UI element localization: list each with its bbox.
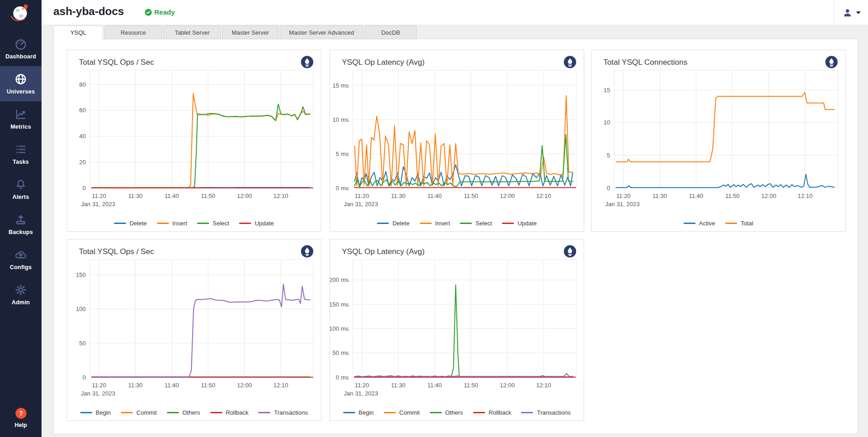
- tab-master-server-advanced[interactable]: Master Server Advanced: [280, 26, 363, 39]
- tab-ysql[interactable]: YSQL: [53, 26, 103, 40]
- tab-label: Resource: [120, 29, 146, 36]
- legend-swatch: [384, 412, 396, 413]
- chart-legend: DeleteInsertSelectUpdate: [67, 220, 321, 227]
- cloud-upload-icon: [15, 249, 27, 261]
- x-tick-label: 11:30: [128, 192, 143, 199]
- y-tick-label: 0: [83, 374, 86, 381]
- y-tick-label: 0: [83, 185, 86, 192]
- legend-swatch: [210, 412, 222, 413]
- sidebar-item-alerts[interactable]: Alerts: [0, 172, 42, 207]
- sidebar-item-label: Help: [15, 422, 27, 428]
- legend-item-commit[interactable]: Commit: [384, 409, 420, 416]
- sidebar-item-universes[interactable]: Universes: [0, 66, 42, 101]
- tab-label: Tablet Server: [175, 29, 210, 36]
- rocket-globe-icon: [10, 2, 32, 23]
- legend-item-update[interactable]: Update: [502, 220, 537, 227]
- legend-item-transactions[interactable]: Transactions: [258, 409, 308, 416]
- legend-swatch: [114, 223, 126, 224]
- tab-resource[interactable]: Resource: [105, 26, 162, 39]
- x-tick-label: 11:40: [164, 192, 179, 199]
- legend-item-active[interactable]: Active: [684, 220, 715, 227]
- legend-swatch: [197, 223, 209, 224]
- sidebar-item-backups[interactable]: Backups: [0, 207, 42, 242]
- sidebar-item-metrics[interactable]: Metrics: [0, 101, 42, 136]
- x-axis-date-label: Jan 31, 2023: [344, 390, 378, 397]
- y-tick-label: 100: [76, 306, 86, 312]
- chart-title: Total YSQL Ops / Sec: [79, 247, 154, 256]
- legend-label: Commit: [136, 409, 157, 416]
- legend-swatch: [460, 223, 472, 224]
- sidebar-item-help[interactable]: ? Help: [0, 401, 42, 434]
- legend-item-others[interactable]: Others: [167, 409, 200, 416]
- legend-swatch: [80, 412, 92, 413]
- logo[interactable]: [0, 0, 42, 25]
- x-tick-label: 12:10: [273, 192, 288, 199]
- check-circle-icon: [145, 9, 152, 16]
- bell-icon: [15, 178, 27, 191]
- user-menu[interactable]: [834, 0, 865, 25]
- legend-item-delete[interactable]: Delete: [114, 220, 147, 227]
- legend-item-rollback[interactable]: Rollback: [210, 409, 249, 416]
- chart-title: YSQL Op Latency (Avg): [342, 247, 424, 256]
- sidebar-item-dashboard[interactable]: Dashboard: [0, 31, 42, 66]
- x-tick-label: 11:50: [725, 192, 740, 199]
- legend-label: Delete: [392, 220, 410, 227]
- line-chart-transaction-ops: 05010015011:2011:3011:4011:5012:0012:10J…: [67, 256, 322, 406]
- legend-label: Transactions: [537, 409, 570, 416]
- legend-label: Begin: [359, 409, 374, 416]
- status-label: Ready: [154, 8, 175, 16]
- x-tick-label: 12:00: [761, 192, 776, 199]
- header: ash-yba-docs Ready: [42, 0, 868, 25]
- person-icon: [842, 8, 852, 18]
- legend-label: Others: [445, 409, 463, 416]
- x-tick-label: 11:50: [201, 192, 215, 199]
- tab-tablet-server[interactable]: Tablet Server: [163, 26, 221, 39]
- legend-label: Select: [213, 220, 229, 227]
- sidebar-item-configs[interactable]: Configs: [0, 242, 42, 277]
- tab-master-server[interactable]: Master Server: [222, 26, 278, 39]
- y-tick-label: 10: [604, 119, 610, 126]
- legend-swatch: [521, 412, 533, 413]
- y-tick-label: 20: [79, 159, 86, 166]
- legend-swatch: [343, 412, 355, 413]
- chart-panel-transaction-ops: Total YSQL Ops / Sec 05010015011:2011:30…: [67, 239, 321, 421]
- y-tick-label: 0: [607, 185, 610, 192]
- series-line-insert: [92, 94, 310, 187]
- x-tick-label: 11:40: [427, 382, 442, 389]
- x-tick-label: 11:30: [653, 192, 667, 199]
- legend-item-select[interactable]: Select: [197, 220, 229, 227]
- legend-item-select[interactable]: Select: [460, 220, 492, 227]
- x-axis-date-label: Jan 31, 2023: [81, 201, 115, 208]
- chart-panel-transaction-latency: YSQL Op Latency (Avg) 0 ms50 ms100 ms150…: [329, 239, 584, 421]
- legend-item-transactions[interactable]: Transactions: [521, 409, 570, 416]
- legend-item-rollback[interactable]: Rollback: [473, 409, 512, 416]
- sidebar-item-tasks[interactable]: Tasks: [0, 136, 42, 172]
- chart-legend: ActiveTotal: [591, 220, 845, 227]
- x-tick-label: 11:40: [164, 382, 179, 389]
- legend-swatch: [157, 223, 169, 224]
- legend-item-begin[interactable]: Begin: [80, 409, 111, 416]
- y-tick-label: 15 ms: [333, 82, 349, 89]
- x-axis-date-label: Jan 31, 2023: [605, 201, 639, 208]
- legend-label: Rollback: [489, 409, 512, 416]
- chart-title: Total YSQL Connections: [603, 58, 687, 67]
- chart-panel-total-ysql-connections: Total YSQL Connections 05101511:2011:301…: [591, 50, 846, 232]
- chart-legend: BeginCommitOthersRollbackTransactions: [330, 409, 584, 416]
- legend-item-insert[interactable]: Insert: [420, 220, 450, 227]
- line-chart-total-ysql-ops: 02040608011:2011:3011:4011:5012:0012:10J…: [67, 67, 322, 217]
- y-tick-label: 40: [79, 133, 86, 140]
- sidebar-item-admin[interactable]: Admin: [0, 277, 42, 312]
- tab-docdb[interactable]: DocDB: [365, 26, 417, 39]
- backup-upload-icon: [15, 213, 27, 226]
- legend-item-total[interactable]: Total: [725, 220, 753, 227]
- legend-item-update[interactable]: Update: [239, 220, 274, 227]
- legend-item-commit[interactable]: Commit: [121, 409, 157, 416]
- tab-label: YSQL: [70, 29, 86, 36]
- sidebar-item-label: Admin: [12, 299, 30, 306]
- legend-item-others[interactable]: Others: [430, 409, 463, 416]
- legend-swatch: [258, 412, 270, 413]
- legend-item-begin[interactable]: Begin: [343, 409, 374, 416]
- legend-item-insert[interactable]: Insert: [157, 220, 188, 227]
- legend-item-delete[interactable]: Delete: [377, 220, 410, 227]
- x-tick-label: 11:50: [464, 192, 478, 199]
